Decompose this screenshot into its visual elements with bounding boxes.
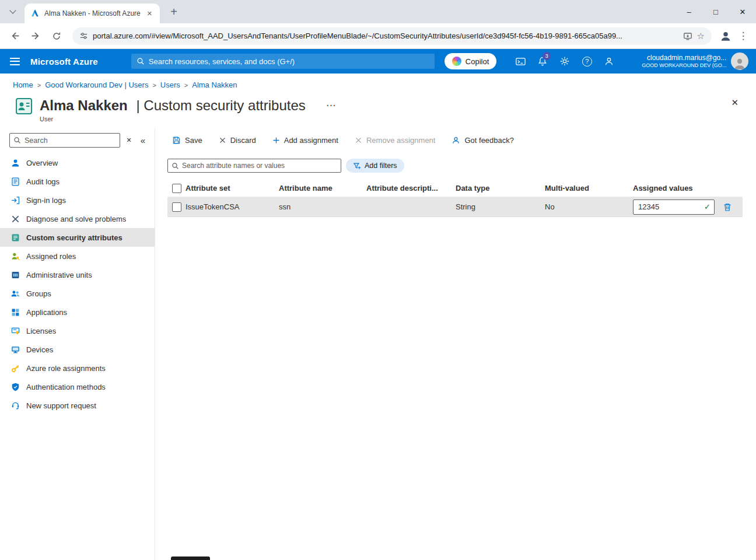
sidebar-item-sign-in-logs[interactable]: Sign-in logs [0, 191, 155, 209]
new-tab-button[interactable]: + [166, 5, 182, 19]
cell-attribute-set: IssueTokenCSA [186, 202, 279, 211]
browser-profile-button[interactable] [718, 28, 734, 44]
site-info-icon[interactable] [79, 32, 88, 40]
back-arrow-icon [10, 31, 20, 41]
sidebar-item-audit-logs[interactable]: Audit logs [0, 172, 155, 191]
browser-tab[interactable]: Alma Nakken - Microsoft Azure ✕ [24, 4, 160, 23]
discard-button[interactable]: Discard [219, 136, 256, 145]
account-avatar[interactable] [731, 52, 748, 70]
sidebar-item-label: Sign-in logs [26, 196, 66, 205]
sidebar-item-assigned-roles[interactable]: Assigned roles [0, 247, 155, 265]
breadcrumb-separator: > [37, 82, 41, 89]
azure-search-input[interactable] [131, 54, 435, 69]
breadcrumb-home[interactable]: Home [13, 80, 33, 89]
account-tenant: GOOD WORKAROUND DEV (GO... [627, 62, 726, 69]
forward-button[interactable] [26, 26, 46, 46]
back-button[interactable] [5, 26, 24, 46]
sidebar-search-input[interactable] [9, 133, 120, 148]
add-assignment-label: Add assignment [284, 136, 338, 145]
save-button[interactable]: Save [172, 136, 202, 145]
copilot-button[interactable]: Copilot [444, 53, 496, 69]
column-attribute-name: Attribute name [279, 184, 366, 192]
page-title-name: Alma Nakken [40, 97, 128, 113]
blade-close-button[interactable]: ✕ [731, 97, 738, 108]
sidebar-item-label: Assigned roles [26, 252, 76, 261]
blade-main: Save Discard Add assignment Remove assig… [155, 128, 756, 560]
column-assigned-values: Assigned values [633, 184, 743, 192]
applications-icon [10, 307, 20, 317]
azure-search[interactable] [131, 54, 435, 69]
audit-logs-icon [10, 177, 20, 187]
forward-arrow-icon [31, 31, 41, 41]
tab-close-button[interactable]: ✕ [145, 10, 154, 18]
chevron-down-icon [9, 7, 16, 13]
breadcrumb-tenant-users[interactable]: Good Workaround Dev | Users [45, 80, 148, 89]
sidebar-item-licenses[interactable]: Licenses [0, 321, 155, 340]
context-menu-button[interactable]: ··· [327, 101, 337, 110]
refresh-button[interactable] [47, 26, 66, 46]
delete-assignment-button[interactable] [723, 202, 732, 212]
taskbar-peek [171, 556, 210, 560]
feedback-button[interactable] [598, 49, 620, 74]
hamburger-menu-button[interactable] [0, 49, 29, 74]
sidebar-item-overview[interactable]: Overview [0, 153, 155, 172]
sidebar-item-new-support-request[interactable]: New support request [0, 396, 155, 415]
breadcrumb-users[interactable]: Users [160, 80, 180, 89]
cell-multi-valued: No [545, 202, 633, 211]
table-header-row: Attribute set Attribute name Attribute d… [167, 180, 743, 197]
feedback-icon [604, 56, 614, 66]
valid-check-icon: ✓ [704, 202, 710, 211]
breadcrumb-separator: > [152, 82, 156, 89]
tab-search-button[interactable] [5, 4, 21, 20]
window-close-button[interactable]: ✕ [729, 0, 756, 23]
breadcrumb-user[interactable]: Alma Nakken [192, 80, 237, 89]
sidebar-item-devices[interactable]: Devices [0, 340, 155, 359]
sidebar-item-azure-role-assignments[interactable]: Azure role assignments [0, 359, 155, 377]
blade-body: ✕ « Overview Audit logs Sign-in logs Dia… [0, 128, 756, 560]
help-button[interactable]: ? [576, 49, 598, 74]
browser-menu-button[interactable]: ⋮ [735, 30, 751, 42]
install-icon[interactable] [683, 32, 692, 41]
cloud-shell-button[interactable] [509, 49, 531, 74]
column-multi-valued: Multi-valued [545, 184, 633, 192]
administrative-units-icon [10, 270, 20, 280]
row-checkbox[interactable] [172, 202, 181, 212]
notifications-button[interactable]: 3 [531, 49, 554, 74]
add-assignment-button[interactable]: Add assignment [272, 136, 338, 145]
assigned-roles-icon [10, 251, 20, 261]
blade-header: Alma Nakken | Custom security attributes… [0, 92, 756, 124]
plus-icon [272, 136, 280, 144]
url-text: portal.azure.com/#view/Microsoft_AAD_Use… [93, 32, 678, 40]
sidebar-item-label: New support request [26, 401, 96, 410]
sidebar-item-groups[interactable]: Groups [0, 284, 155, 303]
blade-sidebar: ✕ « Overview Audit logs Sign-in logs Dia… [0, 128, 155, 560]
attribute-search-input[interactable] [167, 159, 341, 173]
sidebar-item-label: Administrative units [26, 271, 92, 279]
diagnose-icon [10, 214, 20, 224]
settings-button[interactable] [554, 49, 576, 74]
sidebar-item-applications[interactable]: Applications [0, 303, 155, 321]
sidebar-item-custom-security-attributes[interactable]: Custom security attributes [0, 228, 155, 247]
select-all-checkbox[interactable] [172, 184, 181, 193]
sidebar-collapse-button[interactable]: « [141, 135, 145, 145]
column-attribute-description: Attribute descripti... [366, 184, 456, 192]
refresh-icon [52, 32, 61, 41]
table-row[interactable]: IssueTokenCSA ssn String No ✓ [167, 197, 743, 217]
sidebar-item-diagnose[interactable]: Diagnose and solve problems [0, 209, 155, 228]
assigned-value-input[interactable] [633, 200, 715, 215]
azure-brand[interactable]: Microsoft Azure [30, 57, 98, 66]
window-maximize-button[interactable]: □ [702, 0, 729, 23]
account-info[interactable]: cloudadmin.marius@go... GOOD WORKAROUND … [627, 54, 726, 68]
sidebar-item-administrative-units[interactable]: Administrative units [0, 265, 155, 284]
browser-tab-strip: Alma Nakken - Microsoft Azure ✕ + – □ ✕ [0, 0, 756, 23]
add-filters-button[interactable]: Add filters [346, 159, 404, 173]
trash-icon [723, 202, 732, 212]
sidebar-item-authentication-methods[interactable]: Authentication methods [0, 377, 155, 396]
window-minimize-button[interactable]: – [676, 0, 702, 23]
remove-assignment-button[interactable]: Remove assignment [355, 136, 436, 145]
bookmark-star-icon[interactable]: ☆ [697, 31, 705, 41]
copilot-icon [452, 57, 461, 66]
address-bar[interactable]: portal.azure.com/#view/Microsoft_AAD_Use… [72, 27, 712, 45]
sidebar-search-clear-button[interactable]: ✕ [124, 136, 134, 144]
got-feedback-button[interactable]: Got feedback? [452, 136, 514, 145]
